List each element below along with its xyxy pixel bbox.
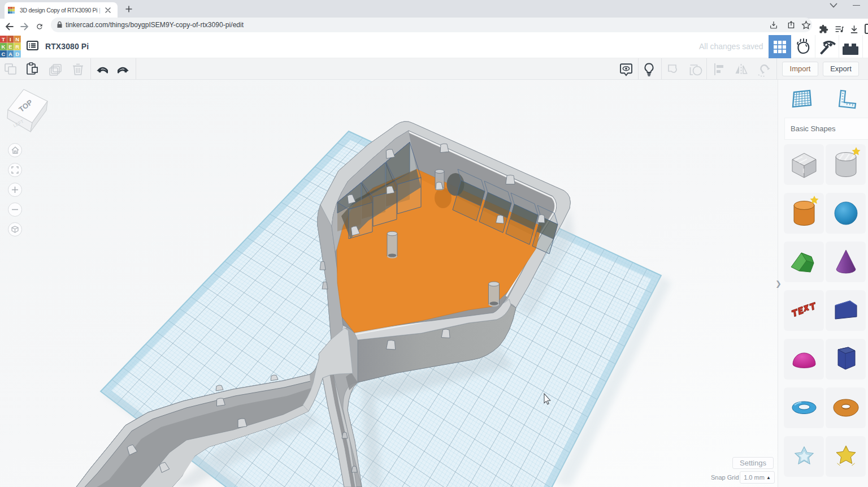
svg-text:N: N [15,36,19,42]
svg-text:E: E [8,44,12,50]
svg-text:I: I [10,36,11,42]
svg-text:A: A [8,51,12,57]
svg-text:C: C [2,51,6,57]
svg-text:T: T [2,36,5,42]
svg-text:D: D [15,51,19,57]
svg-text:K: K [2,44,6,50]
svg-text:R: R [15,44,19,50]
